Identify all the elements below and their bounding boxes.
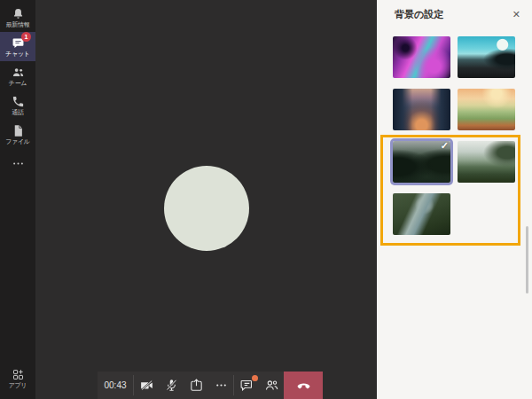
hangup-icon — [295, 377, 312, 394]
sidebar-item-label: 通話 — [12, 109, 23, 116]
background-thumbnail-fantasy-landscape[interactable] — [458, 36, 515, 78]
sidebar-items: 最新情報1チャットチーム通話ファイル — [0, 0, 35, 178]
call-timer: 00:43 — [98, 372, 133, 399]
people-button[interactable] — [259, 372, 284, 399]
background-thumbnail-river-forest[interactable] — [393, 193, 450, 235]
sidebar-bottom: アプリ — [0, 364, 35, 399]
more-button[interactable] — [208, 372, 233, 399]
participant-avatar — [164, 166, 249, 251]
sidebar-item-label: チャット — [5, 51, 29, 58]
app-sidebar: 最新情報1チャットチーム通話ファイル アプリ — [0, 0, 35, 399]
chat-icon: 1 — [11, 35, 25, 50]
camera-off-icon — [139, 378, 154, 393]
apps-icon — [11, 367, 25, 381]
sidebar-item-calls[interactable]: 通話 — [0, 90, 35, 120]
background-thumbnail-forest-valley[interactable]: ✓ — [393, 141, 450, 183]
camera-button[interactable] — [134, 372, 159, 399]
call-control-bar: 00:43 — [98, 372, 323, 399]
ellipsis-icon — [11, 157, 25, 171]
sidebar-item-label: チーム — [9, 80, 27, 87]
background-thumbnail-night-street[interactable] — [393, 89, 450, 130]
unread-badge: 1 — [21, 32, 31, 42]
background-thumbnail-pastel-valley[interactable] — [458, 89, 515, 130]
background-thumbnail-grid: ✓ — [393, 36, 515, 235]
panel-title: 背景の設定 — [395, 8, 443, 21]
teams-icon — [11, 65, 25, 79]
notification-dot — [252, 375, 258, 381]
share-icon — [189, 378, 204, 393]
sidebar-item-chat[interactable]: 1チャット — [0, 32, 35, 61]
teams-window: 最新情報1チャットチーム通話ファイル アプリ 00:43 背景の設定 ✕ ✓ — [0, 0, 532, 399]
sidebar-item-files[interactable]: ファイル — [0, 120, 35, 149]
more-icon — [214, 378, 229, 393]
meeting-stage: 00:43 — [35, 0, 377, 399]
sidebar-item-activity[interactable]: 最新情報 — [0, 3, 35, 32]
chat-alert-icon — [239, 378, 254, 393]
chat-button[interactable] — [234, 372, 259, 399]
sidebar-item-teams[interactable]: チーム — [0, 61, 35, 90]
hangup-button[interactable] — [284, 372, 323, 399]
people-icon — [264, 378, 279, 393]
sidebar-item-label: アプリ — [9, 382, 27, 389]
phone-icon — [11, 94, 25, 108]
mic-button[interactable] — [159, 372, 184, 399]
bell-icon — [11, 6, 25, 20]
sidebar-item-label: 最新情報 — [6, 21, 30, 28]
call-control-buttons — [133, 372, 323, 399]
panel-header: 背景の設定 ✕ — [377, 0, 532, 21]
panel-scrollbar[interactable] — [526, 226, 528, 293]
checkmark-icon: ✓ — [441, 140, 449, 152]
sidebar-item-more[interactable] — [0, 149, 35, 178]
background-thumbnail-galaxy-nebula[interactable] — [393, 36, 450, 78]
share-button[interactable] — [184, 372, 208, 399]
mic-off-icon — [164, 378, 179, 393]
sidebar-item-apps[interactable]: アプリ — [0, 364, 35, 393]
background-settings-panel: 背景の設定 ✕ ✓ — [377, 0, 532, 399]
close-icon[interactable]: ✕ — [512, 10, 520, 20]
files-icon — [11, 123, 25, 137]
background-thumbnail-misty-mountains[interactable] — [458, 141, 515, 183]
sidebar-item-label: ファイル — [5, 138, 29, 145]
